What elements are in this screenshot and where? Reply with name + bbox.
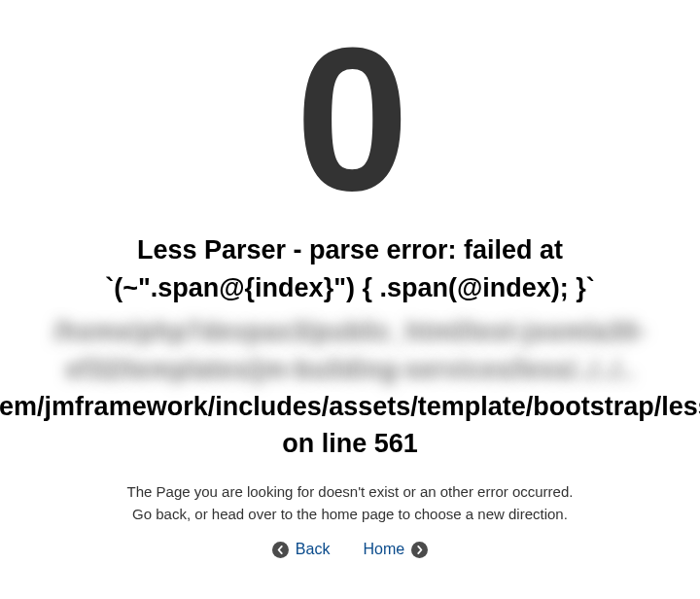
error-path-blurred: /home/php7devpax3/public_html/test-jooml… — [10, 313, 690, 388]
error-code: 0 — [296, 18, 404, 222]
error-description-line1: The Page you are looking for doesn't exi… — [127, 483, 574, 500]
error-title: Less Parser - parse error: failed at `(~… — [19, 231, 681, 307]
error-description-line2: Go back, or head over to the home page t… — [132, 506, 568, 522]
back-link-label: Back — [296, 541, 331, 558]
chevron-right-icon — [411, 542, 428, 558]
error-page: 0 Less Parser - parse error: failed at `… — [0, 0, 700, 599]
home-link[interactable]: Home — [363, 541, 428, 558]
error-description: The Page you are looking for doesn't exi… — [127, 480, 574, 526]
back-link[interactable]: Back — [272, 541, 331, 558]
chevron-left-icon — [272, 542, 289, 558]
home-link-label: Home — [363, 541, 404, 558]
error-nav: Back Home — [272, 541, 428, 558]
error-path-clear: /plugins/system/jmframework/includes/ass… — [0, 388, 700, 463]
